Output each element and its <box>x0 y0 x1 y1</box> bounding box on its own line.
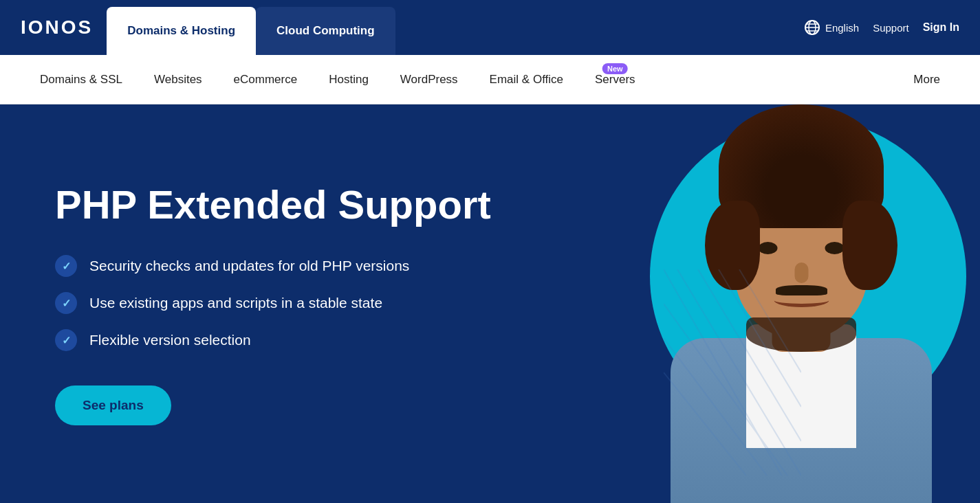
person-left-eye <box>759 242 778 254</box>
nav-hosting[interactable]: Hosting <box>316 55 381 104</box>
nav-websites[interactable]: Websites <box>142 55 215 104</box>
check-icon-1: ✓ <box>62 260 71 273</box>
check-icon-3: ✓ <box>62 334 71 347</box>
top-nav-tabs: Domains & Hosting Cloud Computing <box>107 0 805 55</box>
feature-text-3: Flexible version selection <box>89 332 251 348</box>
language-label: English <box>825 22 859 34</box>
new-badge: New <box>602 63 628 74</box>
top-navigation: IONOS Domains & Hosting Cloud Computing … <box>0 0 980 55</box>
feature-item-3: ✓ Flexible version selection <box>55 329 491 351</box>
check-circle-2: ✓ <box>55 292 77 314</box>
nav-domains-ssl[interactable]: Domains & SSL <box>28 55 135 104</box>
feature-text-1: Security checks and updates for old PHP … <box>89 258 409 274</box>
feature-text-2: Use existing apps and scripts in a stabl… <box>89 295 382 311</box>
diagonal-lines-decoration <box>664 269 801 476</box>
check-circle-1: ✓ <box>55 255 77 277</box>
nav-email-office[interactable]: Email & Office <box>477 55 576 104</box>
hero-title: PHP Extended Support <box>55 182 491 228</box>
top-nav-right: English Support Sign In <box>805 0 959 55</box>
person-right-eye <box>825 242 845 254</box>
svg-line-5 <box>677 269 801 476</box>
nav-wordpress[interactable]: WordPress <box>388 55 470 104</box>
nav-ecommerce[interactable]: eCommerce <box>221 55 310 104</box>
secondary-navigation: Domains & SSL Websites eCommerce Hosting… <box>0 55 980 104</box>
see-plans-button[interactable]: See plans <box>55 385 171 425</box>
tab-cloud-computing[interactable]: Cloud Computing <box>256 7 395 55</box>
language-selector[interactable]: English <box>805 20 859 35</box>
svg-line-10 <box>664 372 746 476</box>
support-link[interactable]: Support <box>873 22 909 34</box>
check-circle-3: ✓ <box>55 329 77 351</box>
sign-in-link[interactable]: Sign In <box>923 21 959 34</box>
hero-image-area <box>622 104 980 503</box>
hero-features-list: ✓ Security checks and updates for old PH… <box>55 255 491 351</box>
brand-logo[interactable]: IONOS <box>21 0 93 55</box>
tab-domains-hosting[interactable]: Domains & Hosting <box>107 7 256 55</box>
person-hair-right <box>842 201 897 290</box>
check-icon-2: ✓ <box>62 297 71 310</box>
feature-item-2: ✓ Use existing apps and scripts in a sta… <box>55 292 491 314</box>
hero-section: PHP Extended Support ✓ Security checks a… <box>0 104 980 503</box>
feature-item-1: ✓ Security checks and updates for old PH… <box>55 255 491 277</box>
hero-content: PHP Extended Support ✓ Security checks a… <box>55 182 491 426</box>
servers-label: Servers <box>595 73 635 87</box>
nav-servers[interactable]: Servers New <box>582 55 648 104</box>
nav-more[interactable]: More <box>901 55 952 104</box>
globe-icon <box>805 20 820 35</box>
svg-line-12 <box>739 269 801 372</box>
